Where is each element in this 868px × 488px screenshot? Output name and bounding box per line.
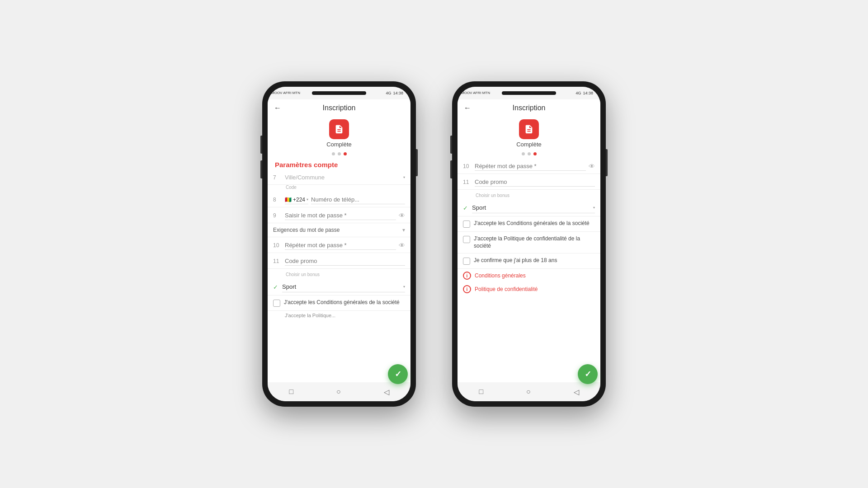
vol-down-2 — [450, 160, 452, 178]
icon-section-1: Complète — [268, 117, 410, 150]
phone-inline: 🇬🇳 +224 ▾ — [285, 195, 405, 204]
app-label-1: Complète — [326, 141, 352, 148]
sport-chevron-2: ▾ — [593, 206, 595, 210]
row-num-9: 9 — [273, 212, 281, 219]
dot-1-3 — [344, 152, 347, 155]
vol-down-1 — [260, 160, 262, 178]
promo-input[interactable] — [285, 257, 405, 266]
bonus-label-row-r: Choisir un bonus — [458, 190, 600, 200]
promo-content — [285, 257, 405, 266]
dot-2-2 — [528, 152, 531, 155]
sport-select-box-1[interactable]: Sport ▾ — [282, 282, 405, 292]
phone-screen-1: MOOV AFRI MTN 4G 14:38 ← Inscription Com… — [268, 87, 410, 401]
password-req-row[interactable]: Exigences du mot de passe ▾ — [268, 223, 410, 237]
select-check-2: ✓ — [463, 205, 472, 211]
ville-value: Ville/Commune — [285, 174, 325, 181]
pass2-content-r: 👁 — [475, 162, 595, 171]
form-area-2: 10 👁 11 Cho — [458, 158, 600, 382]
app-icon-2 — [519, 119, 539, 139]
header-title-2: Inscription — [513, 104, 546, 112]
bonus-label-r: Choisir un bonus — [476, 193, 509, 198]
form-row-promo-r: 11 — [458, 174, 600, 190]
fab-1[interactable]: ✓ — [388, 364, 408, 384]
phone-2: MOOV AFRI MTN 4G 14:38 ← Inscription Com… — [452, 81, 606, 407]
promo-input-r[interactable] — [475, 178, 595, 187]
sport-select-row-1: ✓ Sport ▾ — [268, 279, 410, 296]
checkbox-label-r-3: Je confirme que j'ai plus de 18 ans — [474, 257, 557, 264]
info-label-1[interactable]: Conditions générales — [475, 272, 526, 279]
time-2: 14:38 — [583, 91, 593, 95]
dot-1-2 — [338, 152, 341, 155]
fab-2[interactable]: ✓ — [578, 364, 598, 384]
nav-back-1[interactable]: ◁ — [384, 388, 389, 396]
row-num-8: 8 — [273, 197, 281, 203]
checkbox-r-2[interactable] — [463, 236, 470, 243]
nav-home-2[interactable]: □ — [479, 388, 483, 396]
nav-circle-2[interactable]: ○ — [526, 388, 531, 396]
checkbox-label-r-1: J'accepte les Conditions générales de la… — [474, 220, 590, 227]
info-icon-2: i — [463, 285, 471, 293]
phone-code-select[interactable]: 🇬🇳 +224 ▾ — [285, 196, 308, 204]
bonus-label-row: Choisir un bonus — [268, 269, 410, 279]
signal-2: 4G — [576, 91, 581, 95]
checkbox-1[interactable] — [273, 300, 280, 307]
row-num-10-r: 10 — [463, 163, 471, 169]
nav-home-1[interactable]: □ — [289, 388, 293, 396]
app-icon-1 — [329, 119, 349, 139]
checkbox-row-r-3: Je confirme que j'ai plus de 18 ans — [458, 253, 600, 269]
flag-icon: 🇬🇳 — [285, 197, 292, 203]
checkbox-row-1: J'accepte les Conditions générales de la… — [268, 296, 410, 311]
password-req-chevron: ▾ — [402, 227, 405, 233]
eye-icon-2[interactable]: 👁 — [399, 242, 405, 249]
eye-icon-1[interactable]: 👁 — [399, 212, 405, 219]
status-right-2: 4G 14:38 — [576, 91, 593, 95]
app-header-2: ← Inscription — [458, 99, 600, 117]
password2-input-r[interactable] — [475, 162, 586, 171]
back-button-2[interactable]: ← — [464, 104, 471, 112]
checkbox-label-r-2: J'accepte la Politique de confidentialit… — [474, 235, 595, 249]
dot-2-1 — [522, 152, 525, 155]
pass2-content: 👁 — [285, 241, 405, 250]
form-row-phone: 8 🇬🇳 +224 ▾ — [268, 192, 410, 207]
phone-input[interactable] — [311, 195, 405, 204]
code-label: Code — [268, 185, 410, 192]
row-num-11-r: 11 — [463, 179, 471, 185]
icon-section-2: Complète — [458, 117, 600, 150]
nav-back-2[interactable]: ◁ — [574, 388, 579, 396]
password1-input[interactable] — [285, 211, 396, 220]
pass2-inline: 👁 — [285, 241, 405, 250]
phone-row-content: 🇬🇳 +224 ▾ — [285, 195, 405, 204]
password2-input[interactable] — [285, 241, 396, 250]
dot-1-1 — [332, 152, 335, 155]
checkbox-label-1: J'accepte les Conditions générales de la… — [284, 299, 400, 306]
back-button-1[interactable]: ← — [274, 104, 281, 112]
phone-1: MOOV AFRI MTN 4G 14:38 ← Inscription Com… — [262, 81, 416, 407]
carrier-2: MOOV AFRI MTN — [461, 91, 490, 95]
form-row-password2: 10 👁 — [268, 237, 410, 253]
promo-content-r — [475, 178, 595, 187]
dot-2-3 — [533, 152, 537, 155]
app-header-1: ← Inscription — [268, 99, 410, 117]
checkbox-r-3[interactable] — [463, 258, 470, 265]
info-label-2[interactable]: Politique de confidentialité — [475, 286, 538, 292]
section-title-1: Paramètres compte — [268, 158, 410, 170]
sport-chevron-1: ▾ — [403, 285, 405, 289]
sport-select-row-2: ✓ Sport ▾ — [458, 200, 600, 216]
dots-1 — [268, 150, 410, 158]
nav-circle-1[interactable]: ○ — [336, 388, 341, 396]
password-req-label: Exigences du mot de passe — [273, 227, 340, 233]
sport-select-box-2[interactable]: Sport ▾ — [472, 202, 595, 213]
time-1: 14:38 — [393, 91, 403, 95]
pass1-content: 👁 — [285, 211, 405, 220]
ville-select[interactable]: Ville/Commune ▾ — [285, 174, 405, 181]
row-num-7: 7 — [273, 174, 281, 181]
checkbox-r-1[interactable] — [463, 221, 470, 228]
bonus-label: Choisir un bonus — [286, 272, 320, 277]
header-title-1: Inscription — [323, 104, 356, 112]
power-2 — [606, 149, 608, 176]
checkbox-row-r-1: J'accepte les Conditions générales de la… — [458, 216, 600, 232]
sport-value-2: Sport — [472, 204, 486, 211]
partial-checkbox: J'accepte la Politique... — [268, 311, 410, 318]
eye-icon-r[interactable]: 👁 — [589, 163, 595, 170]
vol-up-1 — [260, 136, 262, 154]
